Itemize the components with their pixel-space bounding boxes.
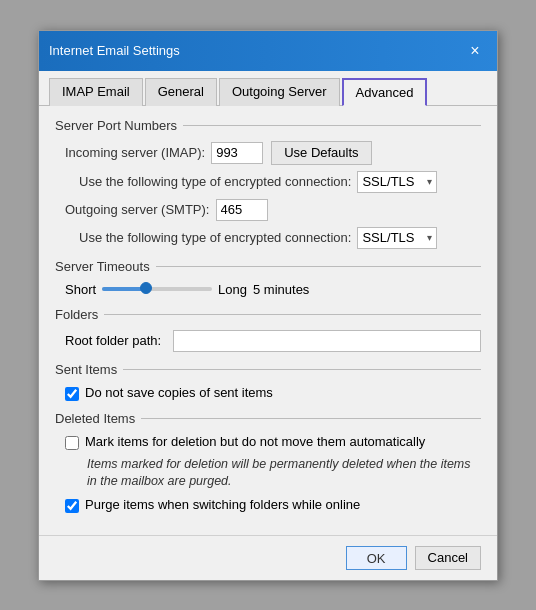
deleted-items-header: Deleted Items — [55, 411, 481, 426]
root-path-row: Root folder path: — [55, 330, 481, 352]
dropdown-arrow-1: ▾ — [427, 176, 432, 187]
outgoing-server-input[interactable] — [216, 199, 268, 221]
timeout-slider[interactable] — [102, 287, 212, 291]
dialog-footer: OK Cancel — [39, 535, 497, 580]
ok-button[interactable]: OK — [346, 546, 407, 570]
incoming-server-row: Incoming server (IMAP): Use Defaults — [55, 141, 481, 165]
dialog-title: Internet Email Settings — [49, 43, 180, 58]
outgoing-server-row: Outgoing server (SMTP): — [55, 199, 481, 221]
tab-imap-email[interactable]: IMAP Email — [49, 78, 143, 106]
short-label: Short — [65, 282, 96, 297]
tab-outgoing-server[interactable]: Outgoing Server — [219, 78, 340, 106]
sent-items-header: Sent Items — [55, 362, 481, 377]
encrypted-connection-row-2: Use the following type of encrypted conn… — [55, 227, 481, 249]
internet-email-settings-dialog: Internet Email Settings × IMAP Email Gen… — [38, 30, 498, 581]
timeout-duration: 5 minutes — [253, 282, 309, 297]
close-button[interactable]: × — [463, 39, 487, 63]
server-ports-header: Server Port Numbers — [55, 118, 481, 133]
folders-section: Folders Root folder path: — [55, 307, 481, 352]
encrypted-dropdown-2[interactable]: SSL/TLS ▾ — [357, 227, 437, 249]
deletion-info-text: Items marked for deletion will be perman… — [55, 456, 481, 491]
encrypted-label-1: Use the following type of encrypted conn… — [79, 174, 351, 189]
outgoing-server-label: Outgoing server (SMTP): — [65, 202, 210, 217]
mark-deletion-label[interactable]: Mark items for deletion but do not move … — [85, 434, 425, 449]
sent-items-label[interactable]: Do not save copies of sent items — [85, 385, 273, 400]
encrypted-connection-row-1: Use the following type of encrypted conn… — [55, 171, 481, 193]
root-path-label: Root folder path: — [65, 333, 161, 348]
use-defaults-button[interactable]: Use Defaults — [271, 141, 371, 165]
title-bar: Internet Email Settings × — [39, 31, 497, 71]
sent-items-checkbox[interactable] — [65, 387, 79, 401]
encrypted-dropdown-1[interactable]: SSL/TLS ▾ — [357, 171, 437, 193]
server-ports-section: Server Port Numbers Incoming server (IMA… — [55, 118, 481, 249]
timeout-slider-row: Short Long 5 minutes — [55, 282, 481, 297]
tab-advanced[interactable]: Advanced — [342, 78, 428, 106]
encrypted-value-2: SSL/TLS — [362, 230, 414, 245]
tab-general[interactable]: General — [145, 78, 217, 106]
encrypted-label-2: Use the following type of encrypted conn… — [79, 230, 351, 245]
incoming-server-label: Incoming server (IMAP): — [65, 145, 205, 160]
encrypted-value-1: SSL/TLS — [362, 174, 414, 189]
slider-thumb — [140, 282, 152, 294]
purge-items-checkbox[interactable] — [65, 499, 79, 513]
dropdown-arrow-2: ▾ — [427, 232, 432, 243]
mark-deletion-checkbox[interactable] — [65, 436, 79, 450]
mark-deletion-row: Mark items for deletion but do not move … — [55, 434, 481, 450]
long-label: Long — [218, 282, 247, 297]
sent-items-section: Sent Items Do not save copies of sent it… — [55, 362, 481, 401]
incoming-server-input[interactable] — [211, 142, 263, 164]
dialog-content: Server Port Numbers Incoming server (IMA… — [39, 106, 497, 535]
purge-items-label[interactable]: Purge items when switching folders while… — [85, 497, 360, 512]
tab-bar: IMAP Email General Outgoing Server Advan… — [39, 71, 497, 106]
cancel-button[interactable]: Cancel — [415, 546, 481, 570]
sent-items-checkbox-row: Do not save copies of sent items — [55, 385, 481, 401]
server-timeouts-header: Server Timeouts — [55, 259, 481, 274]
purge-items-row: Purge items when switching folders while… — [55, 497, 481, 513]
deleted-items-section: Deleted Items Mark items for deletion bu… — [55, 411, 481, 513]
server-timeouts-section: Server Timeouts Short Long 5 minutes — [55, 259, 481, 297]
folders-header: Folders — [55, 307, 481, 322]
root-path-input[interactable] — [173, 330, 481, 352]
